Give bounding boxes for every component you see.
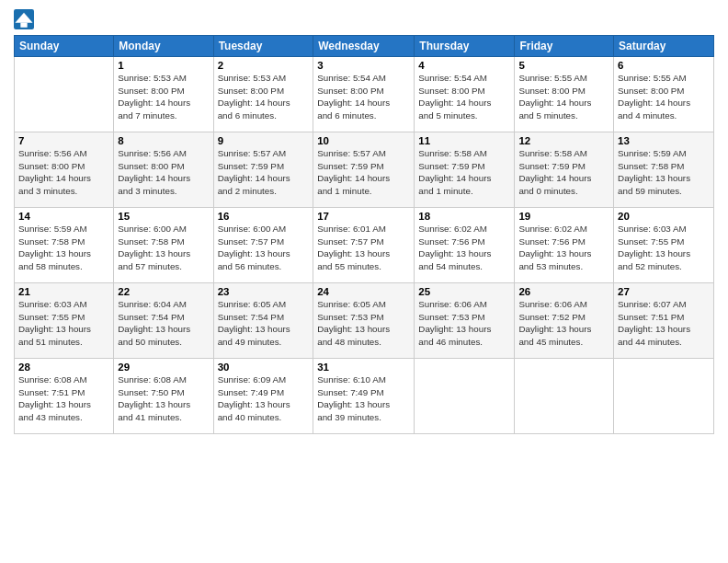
day-number: 2 <box>218 60 310 71</box>
logo-icon <box>14 9 34 29</box>
column-header-sunday: Sunday <box>15 36 114 57</box>
day-info: Sunrise: 5:56 AM Sunset: 8:00 PM Dayligh… <box>18 147 109 198</box>
calendar-cell: 29Sunrise: 6:08 AM Sunset: 7:50 PM Dayli… <box>114 359 213 434</box>
day-info: Sunrise: 5:54 AM Sunset: 8:00 PM Dayligh… <box>418 72 510 122</box>
day-number: 11 <box>418 135 510 146</box>
calendar-cell: 11Sunrise: 5:58 AM Sunset: 7:59 PM Dayli… <box>415 132 515 208</box>
day-number: 15 <box>118 211 209 222</box>
calendar-cell: 8Sunrise: 5:56 AM Sunset: 8:00 PM Daylig… <box>114 132 213 208</box>
calendar-cell: 4Sunrise: 5:54 AM Sunset: 8:00 PM Daylig… <box>415 57 515 132</box>
calendar-table: SundayMondayTuesdayWednesdayThursdayFrid… <box>14 35 714 434</box>
day-number: 19 <box>518 211 609 222</box>
day-number: 16 <box>218 211 310 222</box>
day-info: Sunrise: 5:56 AM Sunset: 8:00 PM Dayligh… <box>118 147 209 198</box>
calendar-cell: 14Sunrise: 5:59 AM Sunset: 7:58 PM Dayli… <box>15 208 114 283</box>
calendar-cell: 22Sunrise: 6:04 AM Sunset: 7:54 PM Dayli… <box>114 283 213 359</box>
day-info: Sunrise: 5:58 AM Sunset: 7:59 PM Dayligh… <box>518 147 609 198</box>
day-info: Sunrise: 6:08 AM Sunset: 7:50 PM Dayligh… <box>118 373 209 424</box>
day-info: Sunrise: 6:08 AM Sunset: 7:51 PM Dayligh… <box>18 373 109 424</box>
day-info: Sunrise: 5:55 AM Sunset: 8:00 PM Dayligh… <box>618 72 710 122</box>
day-info: Sunrise: 6:05 AM Sunset: 7:53 PM Dayligh… <box>317 298 410 349</box>
day-number: 24 <box>317 286 410 297</box>
column-header-thursday: Thursday <box>415 36 515 57</box>
day-number: 22 <box>118 286 209 297</box>
calendar-cell: 21Sunrise: 6:03 AM Sunset: 7:55 PM Dayli… <box>15 283 114 359</box>
day-number: 31 <box>317 362 410 373</box>
day-number: 8 <box>118 135 209 146</box>
day-number: 12 <box>518 135 609 146</box>
calendar-cell: 1Sunrise: 5:53 AM Sunset: 8:00 PM Daylig… <box>114 57 213 132</box>
week-row-3: 21Sunrise: 6:03 AM Sunset: 7:55 PM Dayli… <box>15 283 714 359</box>
day-number: 18 <box>418 211 510 222</box>
calendar-cell: 12Sunrise: 5:58 AM Sunset: 7:59 PM Dayli… <box>515 132 614 208</box>
day-info: Sunrise: 5:59 AM Sunset: 7:58 PM Dayligh… <box>618 147 710 198</box>
day-number: 23 <box>218 286 310 297</box>
day-number: 17 <box>317 211 410 222</box>
calendar-cell: 16Sunrise: 6:00 AM Sunset: 7:57 PM Dayli… <box>213 208 313 283</box>
calendar-cell: 18Sunrise: 6:02 AM Sunset: 7:56 PM Dayli… <box>415 208 515 283</box>
column-header-friday: Friday <box>515 36 614 57</box>
day-number: 20 <box>618 211 710 222</box>
day-info: Sunrise: 5:53 AM Sunset: 8:00 PM Dayligh… <box>118 72 209 122</box>
column-header-monday: Monday <box>114 36 213 57</box>
day-info: Sunrise: 6:05 AM Sunset: 7:54 PM Dayligh… <box>218 298 310 349</box>
week-row-2: 14Sunrise: 5:59 AM Sunset: 7:58 PM Dayli… <box>15 208 714 283</box>
logo <box>14 9 38 29</box>
day-number: 30 <box>218 362 310 373</box>
day-info: Sunrise: 5:59 AM Sunset: 7:58 PM Dayligh… <box>18 223 109 273</box>
calendar-cell: 2Sunrise: 5:53 AM Sunset: 8:00 PM Daylig… <box>213 57 313 132</box>
calendar-cell <box>515 359 614 434</box>
day-number: 9 <box>218 135 310 146</box>
calendar-cell: 6Sunrise: 5:55 AM Sunset: 8:00 PM Daylig… <box>614 57 714 132</box>
day-number: 1 <box>118 60 209 71</box>
calendar-body: 1Sunrise: 5:53 AM Sunset: 8:00 PM Daylig… <box>15 57 714 434</box>
day-info: Sunrise: 5:57 AM Sunset: 7:59 PM Dayligh… <box>218 147 310 198</box>
day-info: Sunrise: 6:07 AM Sunset: 7:51 PM Dayligh… <box>618 298 710 349</box>
day-number: 4 <box>418 60 510 71</box>
calendar-cell <box>614 359 714 434</box>
day-info: Sunrise: 6:06 AM Sunset: 7:53 PM Dayligh… <box>418 298 510 349</box>
calendar-cell: 5Sunrise: 5:55 AM Sunset: 8:00 PM Daylig… <box>515 57 614 132</box>
day-info: Sunrise: 5:54 AM Sunset: 8:00 PM Dayligh… <box>317 72 410 122</box>
day-info: Sunrise: 6:10 AM Sunset: 7:49 PM Dayligh… <box>317 373 410 424</box>
calendar-cell: 7Sunrise: 5:56 AM Sunset: 8:00 PM Daylig… <box>15 132 114 208</box>
day-info: Sunrise: 5:57 AM Sunset: 7:59 PM Dayligh… <box>317 147 410 198</box>
calendar-cell: 10Sunrise: 5:57 AM Sunset: 7:59 PM Dayli… <box>313 132 415 208</box>
day-info: Sunrise: 6:00 AM Sunset: 7:58 PM Dayligh… <box>118 223 209 273</box>
calendar-cell: 20Sunrise: 6:03 AM Sunset: 7:55 PM Dayli… <box>614 208 714 283</box>
day-number: 7 <box>18 135 109 146</box>
day-number: 10 <box>317 135 410 146</box>
calendar-cell: 19Sunrise: 6:02 AM Sunset: 7:56 PM Dayli… <box>515 208 614 283</box>
calendar-cell: 28Sunrise: 6:08 AM Sunset: 7:51 PM Dayli… <box>15 359 114 434</box>
calendar-cell: 27Sunrise: 6:07 AM Sunset: 7:51 PM Dayli… <box>614 283 714 359</box>
calendar-header-row: SundayMondayTuesdayWednesdayThursdayFrid… <box>15 36 714 57</box>
week-row-0: 1Sunrise: 5:53 AM Sunset: 8:00 PM Daylig… <box>15 57 714 132</box>
day-info: Sunrise: 5:55 AM Sunset: 8:00 PM Dayligh… <box>518 72 609 122</box>
day-number: 13 <box>618 135 710 146</box>
day-number: 5 <box>518 60 609 71</box>
calendar-cell <box>15 57 114 132</box>
day-number: 6 <box>618 60 710 71</box>
day-info: Sunrise: 6:01 AM Sunset: 7:57 PM Dayligh… <box>317 223 410 273</box>
day-number: 28 <box>18 362 109 373</box>
day-number: 29 <box>118 362 209 373</box>
column-header-wednesday: Wednesday <box>313 36 415 57</box>
day-number: 3 <box>317 60 410 71</box>
calendar-cell: 24Sunrise: 6:05 AM Sunset: 7:53 PM Dayli… <box>313 283 415 359</box>
day-number: 21 <box>18 286 109 297</box>
week-row-1: 7Sunrise: 5:56 AM Sunset: 8:00 PM Daylig… <box>15 132 714 208</box>
svg-rect-2 <box>20 23 27 28</box>
day-number: 25 <box>418 286 510 297</box>
calendar-cell: 9Sunrise: 5:57 AM Sunset: 7:59 PM Daylig… <box>213 132 313 208</box>
day-info: Sunrise: 6:06 AM Sunset: 7:52 PM Dayligh… <box>518 298 609 349</box>
calendar-cell: 31Sunrise: 6:10 AM Sunset: 7:49 PM Dayli… <box>313 359 415 434</box>
calendar-cell: 13Sunrise: 5:59 AM Sunset: 7:58 PM Dayli… <box>614 132 714 208</box>
calendar-cell: 25Sunrise: 6:06 AM Sunset: 7:53 PM Dayli… <box>415 283 515 359</box>
column-header-saturday: Saturday <box>614 36 714 57</box>
day-info: Sunrise: 6:02 AM Sunset: 7:56 PM Dayligh… <box>418 223 510 273</box>
day-number: 27 <box>618 286 710 297</box>
day-number: 14 <box>18 211 109 222</box>
calendar-cell <box>415 359 515 434</box>
column-header-tuesday: Tuesday <box>213 36 313 57</box>
calendar-cell: 30Sunrise: 6:09 AM Sunset: 7:49 PM Dayli… <box>213 359 313 434</box>
